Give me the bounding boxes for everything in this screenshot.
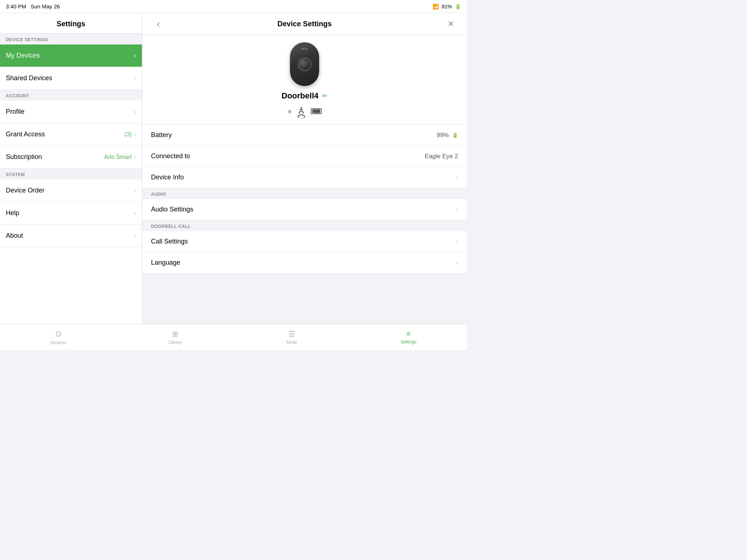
chevron-icon-call-settings: ›	[456, 238, 458, 245]
chevron-icon-help: ›	[134, 209, 136, 217]
chevron-icon-device-order: ›	[134, 187, 136, 194]
sidebar-item-label-subscription: Subscription	[6, 153, 42, 161]
battery-icon: 🔋	[455, 4, 461, 9]
sidebar-item-label-my-devices: My Devices	[6, 52, 40, 59]
devices-tab-label: Devices	[51, 340, 66, 345]
sidebar-item-help[interactable]: Help ›	[0, 202, 142, 225]
device-brand: arlo	[302, 47, 308, 50]
tab-devices[interactable]: ⊙ Devices	[0, 329, 117, 345]
connected-to-label: Connected to	[151, 152, 190, 160]
sidebar-item-label-shared-devices: Shared Devices	[6, 74, 52, 82]
mode-tab-icon: ☰	[289, 330, 295, 338]
device-name-row: Doorbell4 ✏	[282, 91, 328, 101]
chevron-icon-grant-access: ›	[134, 131, 136, 138]
chevron-icon-about: ›	[134, 232, 136, 240]
mode-tab-label: Mode	[286, 340, 297, 345]
sidebar-item-label-device-order: Device Order	[6, 187, 44, 194]
back-button[interactable]: ‹	[151, 18, 166, 30]
wifi-status-icon	[298, 104, 305, 118]
chevron-icon-audio-settings: ›	[456, 206, 458, 213]
sidebar-item-label-profile: Profile	[6, 108, 24, 116]
settings-tab-label: Settings	[400, 339, 416, 345]
tab-library[interactable]: ⊞ Library	[117, 330, 233, 345]
battery-status-icon	[311, 108, 322, 114]
sidebar-item-about[interactable]: About ›	[0, 225, 142, 247]
battery-inline-icon: 🔋	[452, 132, 458, 138]
settings-row-call-settings[interactable]: Call Settings ›	[142, 231, 467, 252]
wifi-icon: 📶	[433, 4, 439, 9]
sidebar-item-profile[interactable]: Profile ›	[0, 101, 142, 123]
chevron-icon-language: ›	[456, 259, 458, 267]
call-settings-label: Call Settings	[151, 238, 188, 245]
battery-value: 99%	[437, 132, 449, 139]
content-header: ‹ Device Settings ✕	[142, 13, 467, 35]
settings-row-connected-to[interactable]: Connected to Eagle Eye 2	[142, 146, 467, 167]
device-name: Doorbell4	[282, 91, 318, 101]
settings-row-language[interactable]: Language ›	[142, 252, 467, 273]
language-right: ›	[456, 259, 458, 267]
status-bar: 3:40 PM Sun May 26 📶 81% 🔋	[0, 0, 467, 13]
audio-settings-right: ›	[456, 206, 458, 213]
settings-row-audio-settings[interactable]: Audio Settings ›	[142, 199, 467, 220]
tab-mode[interactable]: ☰ Mode	[233, 330, 350, 345]
sidebar-item-device-order[interactable]: Device Order ›	[0, 179, 142, 202]
section-header-system: SYSTEM	[0, 168, 142, 179]
content-title: Device Settings	[278, 20, 332, 28]
main-layout: Settings DEVICE SETTINGS My Devices › Sh…	[0, 13, 467, 324]
device-status-icons: ◉	[287, 104, 322, 118]
call-settings-right: ›	[456, 238, 458, 245]
audio-settings-label: Audio Settings	[151, 206, 193, 213]
section-header-device-settings: DEVICE SETTINGS	[0, 34, 142, 44]
status-bar-right: 📶 81% 🔋	[433, 4, 461, 9]
device-info-right: ›	[456, 174, 458, 181]
chevron-icon-my-devices: ›	[134, 52, 136, 59]
library-tab-label: Library	[169, 340, 182, 345]
sidebar-item-label-about: About	[6, 232, 23, 240]
connected-to-value: Eagle Eye 2	[425, 153, 458, 160]
tab-settings[interactable]: ≡ Settings	[350, 330, 467, 345]
devices-tab-icon: ⊙	[55, 329, 62, 339]
chevron-icon-subscription: ›	[134, 153, 136, 161]
sidebar-title: Settings	[0, 13, 142, 34]
chevron-icon-device-info: ›	[456, 174, 458, 181]
battery-label: Battery	[151, 131, 172, 139]
close-button[interactable]: ✕	[444, 19, 458, 29]
sidebar-item-label-grant-access: Grant Access	[6, 131, 45, 138]
sidebar-item-shared-devices[interactable]: Shared Devices ›	[0, 67, 142, 90]
device-header: arlo Doorbell4 ✏ ◉	[142, 35, 467, 125]
status-bar-left: 3:40 PM Sun May 26	[6, 3, 60, 9]
tab-bar: ⊙ Devices ⊞ Library ☰ Mode ≡ Settings	[0, 324, 467, 350]
device-info-label: Device Info	[151, 174, 184, 181]
connected-to-right: Eagle Eye 2	[425, 153, 458, 160]
sidebar-item-subscription[interactable]: Subscription Arlo Smart ›	[0, 146, 142, 168]
sidebar-item-my-devices[interactable]: My Devices ›	[0, 44, 142, 67]
grant-access-badge: (3)	[124, 131, 132, 138]
subscription-right: Arlo Smart ›	[104, 153, 136, 161]
status-time: 3:40 PM	[6, 3, 26, 9]
sidebar-item-label-help: Help	[6, 209, 19, 217]
settings-row-battery[interactable]: Battery 99% 🔋	[142, 125, 467, 146]
settings-row-device-info[interactable]: Device Info ›	[142, 167, 467, 188]
battery-percent: 81%	[442, 4, 452, 9]
settings-list: Battery 99% 🔋 Connected to Eagle Eye 2 D…	[142, 125, 467, 324]
edit-icon[interactable]: ✏	[322, 92, 328, 100]
library-tab-icon: ⊞	[172, 330, 178, 338]
device-lens	[298, 57, 311, 71]
language-label: Language	[151, 259, 180, 267]
chevron-icon-shared-devices: ›	[134, 74, 136, 82]
sidebar: Settings DEVICE SETTINGS My Devices › Sh…	[0, 13, 142, 324]
section-header-doorbell: DOORBELL CALL	[142, 220, 467, 231]
chevron-icon-profile: ›	[134, 108, 136, 116]
battery-right: 99% 🔋	[437, 132, 458, 139]
content-area: ‹ Device Settings ✕ arlo Doorbell4 ✏ ◉	[142, 13, 467, 324]
sidebar-item-grant-access[interactable]: Grant Access (3) ›	[0, 123, 142, 146]
subscription-value: Arlo Smart	[104, 154, 132, 160]
status-date: Sun May 26	[31, 3, 60, 9]
device-image: arlo	[290, 42, 319, 86]
grant-access-right: (3) ›	[124, 131, 136, 138]
signal-icon: ◉	[287, 108, 292, 114]
section-header-audio: AUDIO	[142, 188, 467, 199]
settings-tab-icon: ≡	[406, 330, 411, 338]
section-header-account: ACCOUNT	[0, 90, 142, 101]
